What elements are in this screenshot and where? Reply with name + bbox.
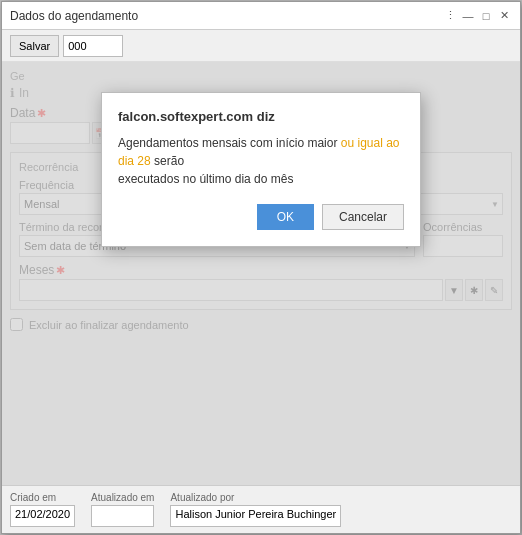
save-button[interactable]: Salvar [10, 35, 59, 57]
dialog-buttons: OK Cancelar [118, 204, 404, 230]
title-bar: Dados do agendamento ⋮ — □ ✕ [2, 2, 520, 30]
maximize-icon[interactable]: □ [478, 8, 494, 24]
menu-icon[interactable]: ⋮ [442, 8, 458, 24]
dialog-message-part1: Agendamentos mensais com início maior [118, 136, 341, 150]
main-window: Dados do agendamento ⋮ — □ ✕ Salvar Ge ℹ… [1, 1, 521, 534]
atualizado-value [91, 505, 154, 527]
minimize-icon[interactable]: — [460, 8, 476, 24]
criado-value: 21/02/2020 [10, 505, 75, 527]
ok-button[interactable]: OK [257, 204, 314, 230]
criado-label: Criado em [10, 492, 75, 503]
alert-dialog: falcon.softexpert.com diz Agendamentos m… [101, 92, 421, 247]
criado-field: Criado em 21/02/2020 [10, 492, 75, 527]
dialog-message: Agendamentos mensais com início maior ou… [118, 134, 404, 188]
atualizado-field: Atualizado em [91, 492, 154, 527]
cancel-button[interactable]: Cancelar [322, 204, 404, 230]
atualizado-por-value: Halison Junior Pereira Buchinger [170, 505, 341, 527]
atualizado-por-field: Atualizado por Halison Junior Pereira Bu… [170, 492, 341, 527]
content-area: Ge ℹ In Data ✱ 28/02/2020 📅 ✎ [2, 62, 520, 485]
code-input[interactable] [63, 35, 123, 57]
dialog-site: falcon.softexpert.com diz [118, 109, 404, 124]
window-title: Dados do agendamento [10, 9, 138, 23]
window-controls: ⋮ — □ ✕ [442, 8, 512, 24]
footer-bar: Criado em 21/02/2020 Atualizado em Atual… [2, 485, 520, 533]
atualizado-label: Atualizado em [91, 492, 154, 503]
toolbar: Salvar [2, 30, 520, 62]
close-icon[interactable]: ✕ [496, 8, 512, 24]
dialog-overlay: falcon.softexpert.com diz Agendamentos m… [2, 62, 520, 485]
atualizado-por-label: Atualizado por [170, 492, 341, 503]
